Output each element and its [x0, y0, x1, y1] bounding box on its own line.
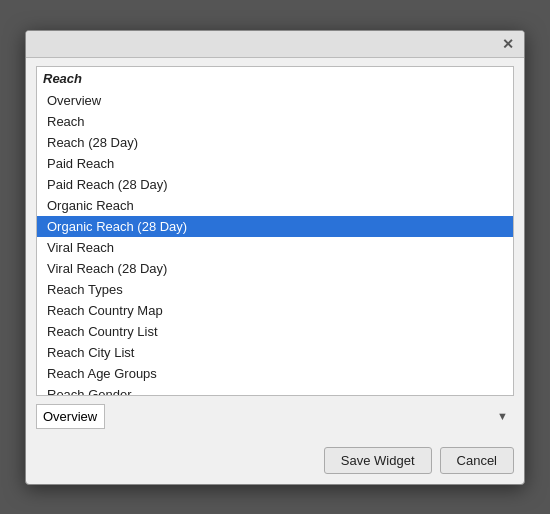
list-item[interactable]: Viral Reach — [37, 237, 513, 258]
dropdown-wrapper: Overview ▼ — [36, 404, 514, 429]
dropdown-row: Overview ▼ — [36, 404, 514, 429]
list-item[interactable]: Paid Reach (28 Day) — [37, 174, 513, 195]
listbox[interactable]: ReachOverviewReachReach (28 Day)Paid Rea… — [36, 66, 514, 396]
list-item[interactable]: Paid Reach — [37, 153, 513, 174]
cancel-button[interactable]: Cancel — [440, 447, 514, 474]
list-item[interactable]: Reach Country Map — [37, 300, 513, 321]
list-item[interactable]: Reach Country List — [37, 321, 513, 342]
modal-footer: Save Widget Cancel — [26, 437, 524, 484]
modal-header: ✕ — [26, 31, 524, 58]
overview-dropdown[interactable]: Overview — [36, 404, 105, 429]
list-item[interactable]: Reach Gender — [37, 384, 513, 396]
chevron-down-icon: ▼ — [497, 410, 508, 422]
list-item[interactable]: Reach Age Groups — [37, 363, 513, 384]
list-item[interactable]: Organic Reach — [37, 195, 513, 216]
list-item[interactable]: Reach Types — [37, 279, 513, 300]
save-widget-button[interactable]: Save Widget — [324, 447, 432, 474]
modal-body: ReachOverviewReachReach (28 Day)Paid Rea… — [26, 58, 524, 437]
list-item[interactable]: Overview — [37, 90, 513, 111]
group-header: Reach — [37, 67, 513, 90]
modal: ✕ ReachOverviewReachReach (28 Day)Paid R… — [25, 30, 525, 485]
list-item[interactable]: Reach (28 Day) — [37, 132, 513, 153]
list-item[interactable]: Reach — [37, 111, 513, 132]
list-item[interactable]: Organic Reach (28 Day) — [37, 216, 513, 237]
close-button[interactable]: ✕ — [502, 37, 514, 51]
list-item[interactable]: Viral Reach (28 Day) — [37, 258, 513, 279]
list-item[interactable]: Reach City List — [37, 342, 513, 363]
